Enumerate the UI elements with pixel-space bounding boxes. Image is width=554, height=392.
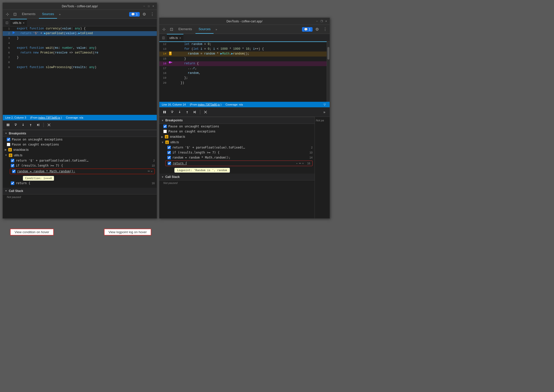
file-tab-utils-1[interactable]: utils.ts × [10,19,27,26]
bp-check-1-1[interactable] [11,159,14,162]
device-icon-2[interactable]: ⊡ [168,26,175,33]
callstack-arrow-1: ▼ [5,189,7,192]
bp-text-2-4: return { [173,162,294,165]
file-tab-utils-2[interactable]: utils.ts × [167,34,183,41]
pause-btn-2[interactable] [161,109,168,115]
file-tab-close-2[interactable]: × [179,36,181,39]
tab-sources-1[interactable]: Sources [39,10,57,19]
top-tabs-1: ⊹ ⊡ Elements Sources » 💬 1 ⚙ ⋮ [3,10,157,19]
bp-highlighted-2: return { ▪ ✏ × 16 [165,161,313,166]
file-tab-close-1[interactable]: × [23,21,24,24]
device-icon-1[interactable]: ⊡ [11,11,18,18]
pause-caught-row-2: Pause on caught exceptions [159,129,315,134]
bp-check-2-3[interactable] [167,156,171,159]
step-out-btn-2[interactable] [184,109,190,115]
scrollbar-2[interactable] [327,41,330,102]
restore-btn-2[interactable]: ❐ [320,20,323,23]
pause-caught-check-1[interactable] [7,143,10,146]
breakpoints-header-1[interactable]: ▼ Breakpoints [3,130,157,137]
pause-btn-1[interactable] [5,122,11,128]
callstack-title-2: Call Stack [165,175,180,179]
step-over-btn-1[interactable] [12,122,19,128]
bp-check-2-1[interactable] [167,146,171,149]
bp-check-1-4[interactable] [11,181,14,185]
restore-btn-1[interactable]: □ [147,5,150,8]
chat-icon-1: 💬 [131,13,135,16]
inspect-icon-1[interactable]: ⊹ [4,11,11,18]
bp-dot-2: ▪ [296,162,297,165]
sidebar-toggle-1[interactable]: ◫ [4,20,10,26]
continue-btn-1[interactable] [35,122,41,128]
callstack-header-1[interactable]: ▼ Call Stack [3,188,157,194]
pause-uncaught-label-2: Pause on uncaught exceptions [168,125,313,128]
bp-text-1-4: return { [16,181,148,185]
step-into-btn-2[interactable] [176,109,183,115]
from-link-1[interactable]: index-73f73a80.js [38,116,60,119]
badge-btn-1[interactable]: 💬 1 [129,12,140,17]
right-panel-text-2: Not pa [315,117,330,124]
utils-expand-arrow-2: ▼ [161,141,164,144]
snackbar-expand-arrow-2: ▶ [161,135,163,138]
step-over-btn-2[interactable] [169,109,175,115]
minimize-btn-2[interactable]: − [316,20,319,23]
file-group-utils-1[interactable]: ▼ {} utils.ts [3,153,157,158]
callstack-status-1: Not paused [3,194,157,200]
bp-delete-icon-1[interactable]: × [151,170,153,173]
file-tab-name-2: utils.ts [169,36,178,40]
bp-edit-icon-2[interactable]: ✏ [299,162,301,165]
tab-sources-2[interactable]: Sources [195,25,214,34]
inspect-icon-2[interactable]: ⊹ [160,26,167,33]
status-collapse-2[interactable]: ▽ [322,103,327,106]
more-icon-1[interactable]: ⋮ [149,11,156,18]
coverage-2: Coverage: n/a [225,103,243,106]
file-group-snackbar-2[interactable]: ▶ {} snackbar.ts [159,134,315,139]
deactivate-btn-2[interactable] [202,109,209,115]
svg-rect-6 [165,111,166,113]
bp-line-1-1: 2 [150,159,155,162]
bp-check-1-2[interactable] [11,164,14,167]
snackbar-icon-2: {} [165,135,168,138]
tab-elements-2[interactable]: Elements [175,25,195,34]
titlebar-1-title: DevTools - coffee-cart.app/ [62,5,98,8]
tab-elements-1[interactable]: Elements [19,10,38,19]
callstack-header-2[interactable]: ▼ Call Stack [159,174,315,180]
bp-check-1-3[interactable] [12,170,16,173]
bp-edit-icon-1[interactable]: ✏ [148,170,150,173]
close-btn-2[interactable]: × [325,20,328,23]
sidebar-toggle-2[interactable]: ◫ [160,35,166,41]
pause-caught-check-2[interactable] [163,130,167,133]
bp-delete-icon-2[interactable]: × [302,162,304,165]
from-link-2[interactable]: index-73f73a80.js [198,103,220,106]
svg-rect-0 [7,124,8,126]
snackbar-expand-arrow-1: ▶ [5,148,7,151]
bp-check-2-2[interactable] [167,151,171,154]
tab-more-1[interactable]: » [58,12,62,17]
settings-icon-2[interactable]: ⚙ [314,26,321,33]
minimize-btn-1[interactable]: − [143,5,146,8]
step-into-btn-1[interactable] [20,122,26,128]
pause-uncaught-check-1[interactable] [7,138,10,141]
pause-uncaught-check-2[interactable] [163,125,167,128]
more-icon-2[interactable]: ⋮ [322,26,329,33]
bp-highlighted-container-2: return { ▪ ✏ × 16 Logpoint: 'Random is '… [159,160,315,167]
close-btn-1[interactable]: × [152,5,155,8]
breakpoints-panel-1: ▼ Breakpoints Pause on uncaught exceptio… [3,130,157,219]
bp-line-1-2: 10 [150,164,155,167]
bp-highlighted-1: random = random * Math.random(); ✏ × [10,169,155,174]
step-out-btn-1[interactable] [27,122,34,128]
settings-icon-1[interactable]: ⚙ [141,11,148,18]
deactivate-btn-1[interactable] [46,122,52,128]
file-group-utils-2[interactable]: ▼ {} utils.ts [159,139,315,145]
tab-more-2[interactable]: » [214,27,219,32]
bp-text-2-1: return '$' + parseFloat(value).toFixed(… [172,146,306,149]
bp-check-2-4[interactable] [168,162,171,165]
footer-labels: View condition on hover View logpoint lo… [3,224,330,240]
file-group-snackbar-1[interactable]: ▶ {} snackbar.ts [3,147,157,153]
bp-line-2-2: 10 [308,151,313,154]
conditional-badge-2: ? [169,52,171,55]
breakpoints-header-2[interactable]: ▼ Breakpoints [159,117,315,124]
continue-btn-2[interactable] [191,109,198,115]
badge-btn-2[interactable]: 💬 1 [302,27,313,32]
status-left-2: Line 16, Column 14 (From index-73f73a80.… [162,103,243,106]
more-btn-2[interactable]: » [321,109,328,115]
